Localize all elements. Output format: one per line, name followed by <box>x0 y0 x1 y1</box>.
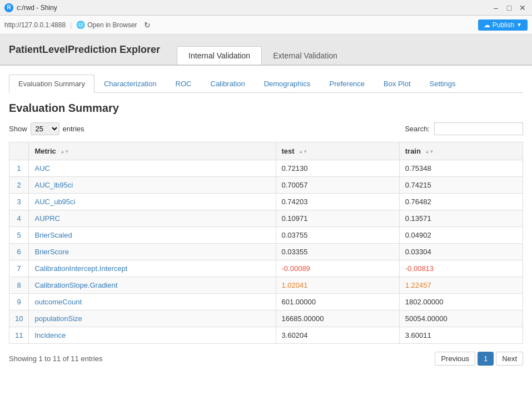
search-input[interactable] <box>434 122 523 135</box>
metric-link[interactable]: CalibrationSlope.Gradient <box>34 281 117 289</box>
pagination-controls: Previous 1 Next <box>435 352 523 366</box>
row-metric: AUPRC <box>29 210 276 227</box>
tab-box-plot[interactable]: Box Plot <box>374 75 420 92</box>
row-test: 0.03755 <box>276 227 399 244</box>
col-metric[interactable]: Metric ▲▼ <box>29 142 276 160</box>
table-row: 7CalibrationIntercept.Intercept-0.00089-… <box>9 260 523 277</box>
row-num: 9 <box>9 294 29 311</box>
pagination-area: Showing 1 to 11 of 11 entries Previous 1… <box>9 352 523 366</box>
table-row: 1AUC0.721300.75348 <box>9 160 523 177</box>
col-test[interactable]: test ▲▼ <box>276 142 399 160</box>
section-title: Evaluation Summary <box>9 102 523 115</box>
col-train[interactable]: train ▲▼ <box>399 142 523 160</box>
row-train: 0.75348 <box>399 160 523 177</box>
metric-link[interactable]: BrierScore <box>34 248 68 256</box>
refresh-button[interactable]: ↻ <box>142 21 153 29</box>
metric-link[interactable]: AUC_ub95ci <box>34 198 75 206</box>
search-label: Search: <box>405 125 430 133</box>
app-header: PatientLevelPrediction Explorer Internal… <box>0 35 532 66</box>
separator: | <box>70 21 72 29</box>
row-train: 1802.00000 <box>399 294 523 311</box>
row-test: 1.02041 <box>276 277 399 294</box>
row-test: 601.00000 <box>276 294 399 311</box>
tab-demographics[interactable]: Demographics <box>255 75 320 92</box>
row-test: 3.60204 <box>276 327 399 344</box>
table-row: 5BrierScaled0.037550.04902 <box>9 227 523 244</box>
pagination-info: Showing 1 to 11 of 11 entries <box>9 354 102 363</box>
row-train: 0.04902 <box>399 227 523 244</box>
row-test: -0.00089 <box>276 260 399 277</box>
col-test-label: test <box>282 147 295 155</box>
entries-label: entries <box>63 125 84 133</box>
row-train: 3.60011 <box>399 327 523 344</box>
metric-link[interactable]: outcomeCount <box>34 298 82 306</box>
row-train: 0.76482 <box>399 194 523 210</box>
addressbar: http://127.0.0.1:4888 | 🌐 Open in Browse… <box>0 16 532 35</box>
row-num: 5 <box>9 227 29 244</box>
page-1-button[interactable]: 1 <box>478 352 494 366</box>
titlebar: R c:/rwd - Shiny – □ ✕ <box>0 0 532 16</box>
publish-button[interactable]: ☁ Publish ▼ <box>478 19 528 31</box>
metric-link[interactable]: CalibrationIntercept.Intercept <box>34 264 127 273</box>
sort-metric-icon: ▲▼ <box>60 149 69 154</box>
entries-select[interactable]: 10 25 50 100 <box>31 122 59 135</box>
row-train: -0.00813 <box>399 260 523 277</box>
row-train: 0.74215 <box>399 177 523 194</box>
open-in-browser-button[interactable]: 🌐 Open in Browser <box>76 21 137 29</box>
maximize-button[interactable]: □ <box>504 3 514 13</box>
col-metric-label: Metric <box>34 147 56 155</box>
table-row: 3AUC_ub95ci0.742030.76482 <box>9 194 523 210</box>
row-metric: outcomeCount <box>29 294 276 311</box>
metric-link[interactable]: AUC_lb95ci <box>34 181 73 189</box>
metric-link[interactable]: populationSize <box>34 314 82 323</box>
row-test: 0.70057 <box>276 177 399 194</box>
data-table: Metric ▲▼ test ▲▼ train ▲▼ 1AUC0.721300.… <box>9 142 523 344</box>
row-num: 1 <box>9 160 29 177</box>
sort-train-icon: ▲▼ <box>425 149 434 154</box>
sort-test-icon: ▲▼ <box>299 149 307 154</box>
row-metric: AUC <box>29 160 276 177</box>
row-train: 0.03304 <box>399 244 523 260</box>
tab-roc[interactable]: ROC <box>166 75 201 92</box>
tab-internal-validation[interactable]: Internal Validation <box>177 46 262 65</box>
tab-preference[interactable]: Preference <box>320 75 374 92</box>
show-label: Show <box>9 125 27 133</box>
row-test: 0.03355 <box>276 244 399 260</box>
row-num: 6 <box>9 244 29 260</box>
tab-evaluation-summary[interactable]: Evaluation Summary <box>9 75 95 93</box>
app-container: PatientLevelPrediction Explorer Internal… <box>0 35 532 402</box>
metric-link[interactable]: AUPRC <box>34 214 60 223</box>
table-row: 11Incidence3.602043.60011 <box>9 327 523 344</box>
row-num: 4 <box>9 210 29 227</box>
table-row: 6BrierScore0.033550.03304 <box>9 244 523 260</box>
row-test: 0.72130 <box>276 160 399 177</box>
table-header-row: Metric ▲▼ test ▲▼ train ▲▼ <box>9 142 523 160</box>
metric-link[interactable]: AUC <box>34 164 49 173</box>
publish-label: Publish <box>493 21 514 29</box>
tab-settings[interactable]: Settings <box>420 75 465 92</box>
row-metric: populationSize <box>29 311 276 327</box>
tab-calibration[interactable]: Calibration <box>201 75 255 92</box>
close-button[interactable]: ✕ <box>518 3 528 13</box>
minimize-button[interactable]: – <box>491 3 501 13</box>
row-test: 0.74203 <box>276 194 399 210</box>
col-train-label: train <box>405 147 421 155</box>
publish-dropdown-icon: ▼ <box>516 22 522 28</box>
url-display: http://127.0.0.1:4888 <box>4 21 66 29</box>
col-num <box>9 142 29 160</box>
tab-characterization[interactable]: Characterization <box>95 75 166 92</box>
sub-tabs: Evaluation Summary Characterization ROC … <box>9 75 523 93</box>
previous-button[interactable]: Previous <box>435 352 475 366</box>
table-row: 8CalibrationSlope.Gradient1.020411.22457 <box>9 277 523 294</box>
row-num: 7 <box>9 260 29 277</box>
row-metric: AUC_lb95ci <box>29 177 276 194</box>
next-button[interactable]: Next <box>496 352 523 366</box>
row-test: 16685.00000 <box>276 311 399 327</box>
metric-link[interactable]: BrierScaled <box>34 231 72 239</box>
table-row: 9outcomeCount601.000001802.00000 <box>9 294 523 311</box>
metric-link[interactable]: Incidence <box>34 331 66 339</box>
row-metric: AUC_ub95ci <box>29 194 276 210</box>
tab-external-validation[interactable]: External Validation <box>262 47 349 65</box>
row-train: 50054.00000 <box>399 311 523 327</box>
table-row: 10populationSize16685.0000050054.00000 <box>9 311 523 327</box>
